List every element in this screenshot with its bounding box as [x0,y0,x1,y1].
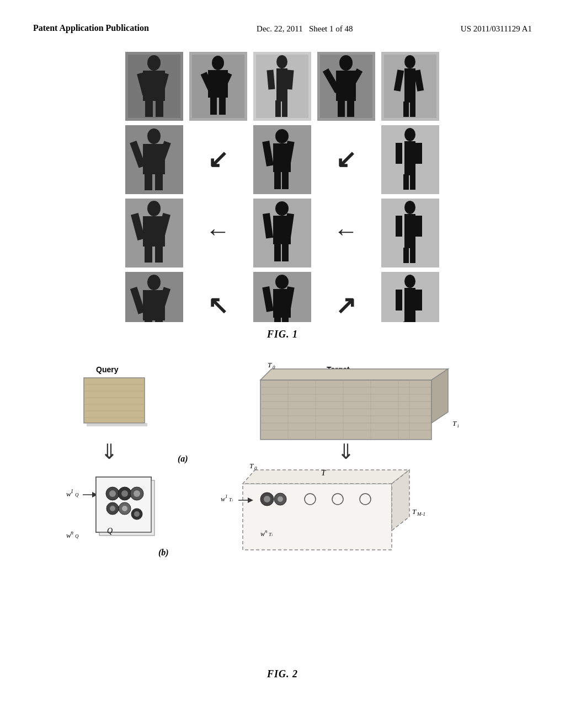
page: Patent Application Publication Dec. 22, … [0,0,565,728]
svg-point-151 [109,490,116,497]
svg-text:T: T [452,419,457,427]
svg-rect-77 [282,244,289,261]
svg-point-155 [134,490,140,497]
svg-text:Q: Q [75,492,79,497]
svg-point-64 [147,201,161,216]
svg-rect-104 [404,288,415,322]
svg-point-41 [147,129,161,144]
fig2-diagram: Query Target [56,357,509,666]
svg-text:⇓: ⇓ [100,440,118,463]
svg-rect-39 [410,101,415,117]
svg-point-18 [276,55,287,68]
svg-rect-6 [145,100,153,117]
svg-point-26 [339,55,353,71]
svg-rect-59 [396,143,402,164]
svg-text:1: 1 [225,494,228,499]
svg-rect-119 [260,380,431,440]
svg-point-72 [275,201,289,216]
svg-rect-19 [276,68,287,101]
svg-text:T: T [268,361,272,369]
svg-rect-30 [338,100,345,117]
svg-text:Q: Q [75,533,79,539]
header-right: US 2011/0311129 A1 [461,22,532,35]
svg-marker-133 [260,369,448,380]
svg-text:←: ← [334,217,359,245]
svg-text:↙: ↙ [207,146,228,173]
svg-rect-91 [145,320,152,322]
svg-rect-53 [274,172,281,189]
svg-rect-15 [219,97,226,115]
svg-text:T: T [249,462,254,470]
svg-rect-68 [145,246,152,263]
svg-text:n: n [71,529,73,536]
svg-rect-7 [156,100,163,117]
svg-text:⇓: ⇓ [337,440,355,463]
svg-rect-62 [410,174,415,190]
fig2-container: Query Target [33,357,532,680]
svg-rect-106 [415,290,422,311]
svg-text:↖: ↖ [207,292,228,319]
svg-rect-69 [155,246,163,263]
svg-rect-105 [396,290,402,311]
svg-text:Q: Q [107,527,113,535]
svg-text:i: i [457,423,459,429]
svg-rect-31 [347,100,354,117]
header-left: Patent Application Publication [33,22,149,34]
svg-rect-82 [396,216,402,237]
svg-text:0: 0 [273,365,275,370]
svg-point-103 [404,275,415,288]
svg-point-159 [122,506,127,511]
svg-rect-117 [87,423,147,426]
svg-point-57 [404,128,415,141]
fig1-label: FIG. 1 [267,329,298,340]
svg-text:Query: Query [96,365,119,374]
svg-point-87 [147,275,161,290]
svg-point-34 [404,55,415,68]
svg-point-10 [212,56,224,70]
svg-point-153 [121,490,128,497]
svg-rect-61 [403,174,409,190]
svg-rect-35 [404,68,415,103]
svg-point-2 [147,55,161,71]
svg-rect-22 [275,100,281,117]
header-date: Dec. 22, 2011 [257,24,303,33]
header-sheet: Sheet 1 of 48 [309,24,353,33]
svg-rect-38 [403,101,409,117]
svg-rect-14 [210,97,217,115]
svg-rect-76 [274,244,281,261]
svg-text:(a): (a) [178,454,188,464]
fig1-svg: ↙ ↙ [125,52,440,322]
svg-point-157 [110,506,115,511]
svg-rect-108 [410,322,415,322]
svg-marker-168 [243,470,409,484]
svg-rect-100 [282,317,289,322]
svg-rect-83 [415,216,422,237]
patent-number: US 2011/0311129 A1 [461,24,532,33]
svg-rect-58 [404,141,415,175]
fig2-svg: Query Target [56,357,509,666]
svg-rect-45 [145,174,152,190]
svg-rect-46 [155,174,163,190]
svg-rect-110 [84,378,145,423]
svg-text:T: T [412,507,417,516]
svg-point-49 [275,129,289,143]
svg-text:↙: ↙ [335,146,356,173]
svg-text:Tᵢ: Tᵢ [229,497,233,502]
svg-point-95 [275,275,289,289]
svg-text:n: n [265,528,268,534]
svg-text:(b): (b) [158,548,169,558]
svg-text:w: w [221,495,225,503]
publication-title: Patent Application Publication [33,23,149,33]
svg-rect-92 [155,320,163,322]
svg-point-181 [264,496,270,502]
header-center: Dec. 22, 2011 Sheet 1 of 48 [257,22,353,35]
svg-text:1: 1 [71,488,73,494]
svg-point-80 [404,201,415,214]
svg-rect-85 [410,248,415,263]
svg-rect-99 [274,317,281,322]
header: Patent Application Publication Dec. 22, … [33,22,532,35]
svg-text:M-1: M-1 [417,511,425,517]
svg-rect-60 [415,143,422,164]
svg-text:w: w [260,530,265,538]
svg-rect-23 [282,100,287,117]
